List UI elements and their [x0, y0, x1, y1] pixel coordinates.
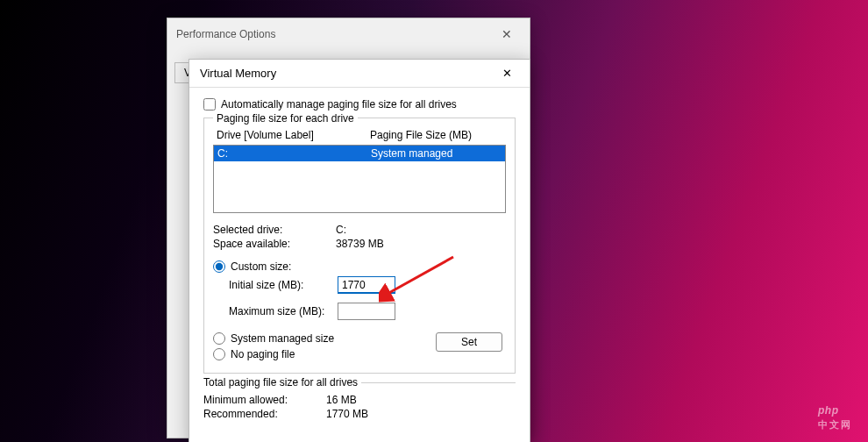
selected-drive-value: C:: [336, 224, 346, 236]
initial-size-input[interactable]: [338, 276, 395, 294]
watermark-brand: php: [818, 404, 839, 417]
custom-size-radio[interactable]: [213, 260, 225, 273]
set-button[interactable]: Set: [436, 332, 502, 352]
vm-titlebar: Virtual Memory ✕: [189, 60, 530, 88]
recommended-label: Recommended:: [203, 408, 326, 420]
custom-size-label[interactable]: Custom size:: [231, 260, 291, 273]
drive-header-col2: Paging File Size (MB): [370, 129, 472, 141]
drive-row-drive: C:: [217, 147, 371, 160]
auto-manage-checkbox[interactable]: [203, 98, 216, 110]
drive-row-c[interactable]: C: System managed: [214, 146, 505, 161]
watermark: php 中文网: [818, 400, 852, 431]
recommended-value: 1770 MB: [326, 408, 368, 420]
drive-list[interactable]: C: System managed: [213, 145, 506, 213]
virtual-memory-dialog: Virtual Memory ✕ Automatically manage pa…: [189, 59, 530, 442]
maximum-size-label: Maximum size (MB):: [229, 305, 331, 317]
drive-header-col1: Drive [Volume Label]: [217, 129, 370, 141]
vm-title: Virtual Memory: [200, 67, 276, 80]
initial-size-label: Initial size (MB):: [229, 279, 331, 291]
maximum-size-input[interactable]: [338, 303, 395, 320]
space-available-label: Space available:: [213, 238, 336, 250]
drive-row-paging: System managed: [371, 147, 452, 160]
space-available-value: 38739 MB: [336, 238, 384, 250]
auto-manage-label[interactable]: Automatically manage paging file size fo…: [221, 98, 457, 110]
perf-titlebar: Performance Options ✕: [167, 18, 530, 49]
paging-per-drive-group: Paging file size for each drive Drive [V…: [203, 118, 516, 374]
watermark-sub: 中文网: [818, 418, 852, 431]
no-paging-label[interactable]: No paging file: [231, 348, 295, 360]
selected-drive-label: Selected drive:: [213, 224, 336, 236]
perf-title: Performance Options: [176, 28, 275, 40]
no-paging-radio[interactable]: [213, 348, 225, 360]
system-managed-label[interactable]: System managed size: [231, 332, 334, 345]
paging-group-label: Paging file size for each drive: [213, 112, 358, 125]
minimum-allowed-label: Minimum allowed:: [203, 394, 326, 406]
total-paging-group: Total paging file size for all drives Mi…: [203, 382, 516, 420]
drive-list-header: Drive [Volume Label] Paging File Size (M…: [213, 127, 506, 143]
total-group-label: Total paging file size for all drives: [200, 376, 361, 389]
minimum-allowed-value: 16 MB: [326, 394, 357, 406]
system-managed-radio[interactable]: [213, 332, 225, 345]
vm-close-button[interactable]: ✕: [495, 63, 519, 83]
perf-close-button[interactable]: ✕: [493, 24, 521, 45]
